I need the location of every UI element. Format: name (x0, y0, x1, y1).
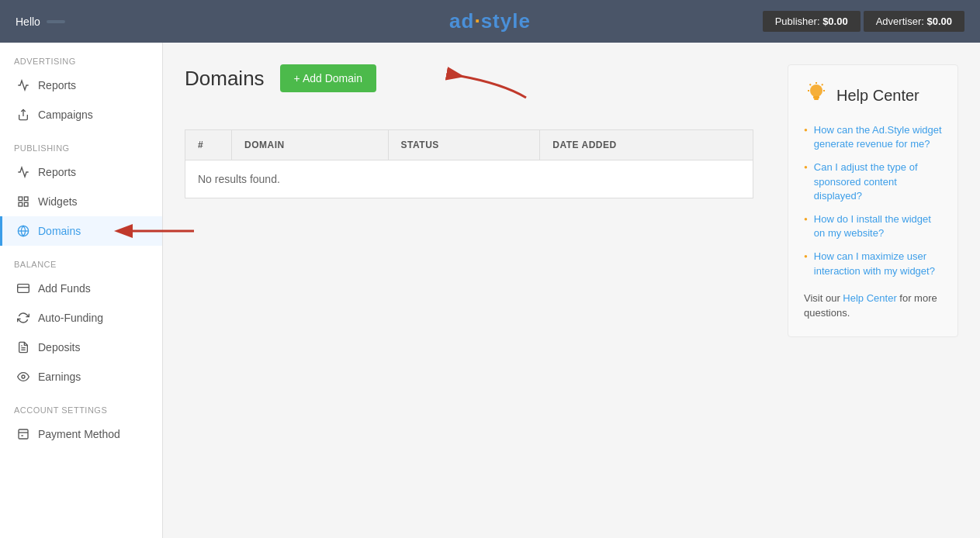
svg-line-19 (810, 84, 812, 86)
sidebar-item-earnings[interactable]: Earnings (0, 362, 162, 391)
svg-rect-17 (814, 98, 819, 100)
logo: ad·style (449, 9, 531, 33)
add-funds-label: Add Funds (38, 282, 91, 295)
payment-method-icon (16, 427, 30, 441)
help-link-2[interactable]: Can I adjust the type of sponsored conte… (814, 160, 942, 203)
col-date-added: DATE ADDED (540, 130, 753, 160)
help-links: How can the Ad.Style widget generate rev… (804, 123, 942, 278)
sidebar-item-deposits[interactable]: Deposits (0, 333, 162, 362)
add-funds-icon (16, 281, 30, 295)
balance-section: Publisher: $0.00 Advertiser: $0.00 (763, 11, 964, 32)
help-footer: Visit our Help Center for more questions… (804, 291, 942, 321)
logo-text: ad·style (449, 9, 531, 33)
help-link-item: How can the Ad.Style widget generate rev… (804, 123, 942, 151)
help-link-1[interactable]: How can the Ad.Style widget generate rev… (814, 123, 942, 151)
content-row: Domains + Add Domain (185, 64, 958, 337)
sidebar-item-payment-method[interactable]: Payment Method (0, 419, 162, 449)
add-domain-arrow (425, 60, 534, 103)
table-body: No results found. (185, 160, 753, 198)
pub-reports-icon (16, 165, 30, 179)
add-domain-button[interactable]: + Add Domain (280, 64, 376, 92)
svg-rect-16 (813, 96, 819, 98)
help-link-item: Can I adjust the type of sponsored conte… (804, 160, 942, 203)
svg-point-12 (22, 375, 25, 378)
advertiser-balance: Advertiser: $0.00 (864, 11, 964, 32)
publisher-balance: Publisher: $0.00 (763, 11, 861, 32)
widgets-label: Widgets (38, 195, 78, 208)
help-center-icon (804, 81, 829, 111)
auto-funding-icon (16, 311, 30, 325)
advertising-section-label: Advertising (0, 43, 162, 71)
help-center-header: Help Center (804, 81, 942, 111)
domains-row-container: Domains (0, 216, 162, 246)
svg-rect-3 (24, 202, 28, 206)
campaigns-icon (16, 108, 30, 122)
pub-reports-label: Reports (38, 166, 76, 178)
sidebar-item-adv-reports[interactable]: Reports (0, 71, 162, 100)
campaigns-label: Campaigns (38, 109, 93, 121)
sidebar: Advertising Reports Campaigns Publishing… (0, 43, 163, 538)
page-header: Domains + Add Domain (185, 64, 376, 92)
domains-table: # DOMAIN STATUS DATE ADDED No results fo… (185, 129, 753, 198)
lightbulb-icon (804, 81, 829, 105)
sidebar-item-auto-funding[interactable]: Auto-Funding (0, 303, 162, 333)
svg-rect-8 (18, 285, 29, 293)
widgets-icon (16, 195, 30, 209)
svg-line-20 (822, 84, 823, 86)
sidebar-item-campaigns[interactable]: Campaigns (0, 100, 162, 129)
hello-text: Hello (16, 16, 40, 28)
help-link-4[interactable]: How can I maximize user interaction with… (814, 250, 942, 278)
col-domain: DOMAIN (232, 130, 389, 160)
earnings-label: Earnings (38, 371, 81, 383)
main-content: Domains + Add Domain (163, 43, 980, 538)
publishing-section-label: Publishing (0, 129, 162, 157)
col-number: # (185, 130, 232, 160)
hello-section: Hello (16, 16, 65, 28)
help-link-item: How do I install the widget on my websit… (804, 212, 942, 240)
table-header: # DOMAIN STATUS DATE ADDED (185, 130, 753, 160)
domains-label: Domains (38, 225, 81, 237)
svg-point-15 (810, 84, 822, 97)
help-center-link[interactable]: Help Center (843, 292, 896, 304)
help-link-3[interactable]: How do I install the widget on my websit… (814, 212, 942, 240)
svg-rect-1 (19, 197, 23, 201)
earnings-icon (16, 370, 30, 384)
table-row-empty: No results found. (185, 160, 753, 198)
page-header-container: Domains + Add Domain (185, 64, 376, 111)
sidebar-item-domains[interactable]: Domains (0, 216, 162, 246)
deposits-icon (16, 340, 30, 354)
adv-reports-label: Reports (38, 79, 76, 91)
sidebar-item-add-funds[interactable]: Add Funds (0, 274, 162, 303)
no-results-text: No results found. (185, 160, 753, 198)
svg-rect-2 (24, 197, 28, 201)
page-title: Domains (185, 67, 265, 91)
svg-rect-4 (19, 202, 23, 206)
domains-section: Domains + Add Domain (185, 64, 753, 337)
account-settings-label: Account Settings (0, 391, 162, 419)
user-badge (47, 20, 65, 23)
help-link-item: How can I maximize user interaction with… (804, 250, 942, 278)
top-nav: Hello ad·style Publisher: $0.00 Advertis… (0, 0, 980, 43)
sidebar-item-widgets[interactable]: Widgets (0, 187, 162, 216)
svg-rect-13 (19, 429, 28, 439)
col-status: STATUS (388, 130, 540, 160)
balance-section-label: Balance (0, 246, 162, 274)
domains-icon (16, 224, 30, 238)
help-center-title: Help Center (836, 87, 919, 105)
auto-funding-label: Auto-Funding (38, 312, 103, 324)
reports-icon (16, 78, 30, 92)
right-panel: Help Center How can the Ad.Style widget … (772, 64, 958, 337)
sidebar-item-pub-reports[interactable]: Reports (0, 157, 162, 187)
payment-method-label: Payment Method (38, 428, 120, 440)
deposits-label: Deposits (38, 341, 80, 353)
help-center-box: Help Center How can the Ad.Style widget … (788, 64, 958, 337)
